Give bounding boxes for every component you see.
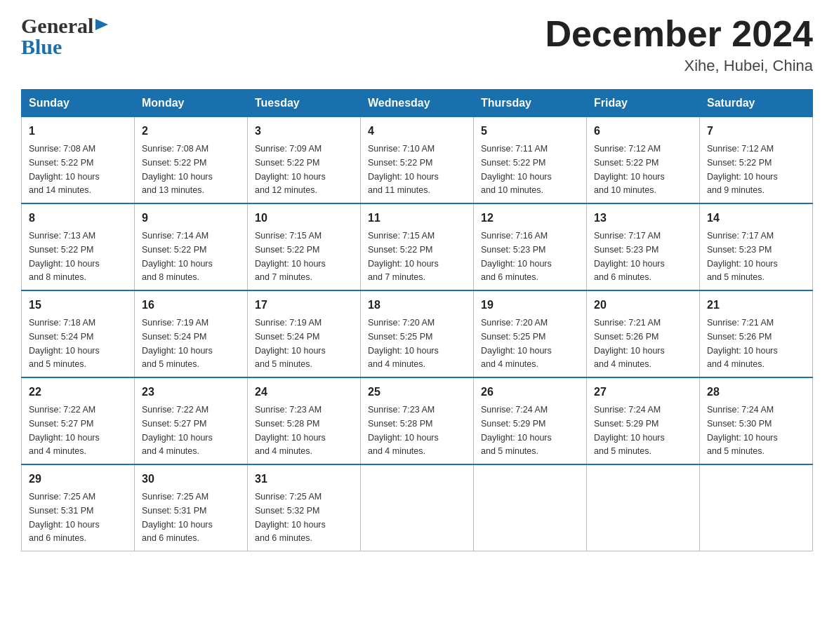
- table-row: 1 Sunrise: 7:08 AMSunset: 5:22 PMDayligh…: [22, 117, 135, 204]
- day-number: 11: [368, 210, 466, 227]
- calendar-table: Sunday Monday Tuesday Wednesday Thursday…: [21, 89, 813, 551]
- title-block: December 2024 Xihe, Hubei, China: [545, 14, 813, 75]
- day-info: Sunrise: 7:12 AMSunset: 5:22 PMDaylight:…: [594, 144, 665, 195]
- day-number: 14: [707, 210, 805, 227]
- table-row: 24 Sunrise: 7:23 AMSunset: 5:28 PMDaylig…: [248, 377, 361, 464]
- table-row: 9 Sunrise: 7:14 AMSunset: 5:22 PMDayligh…: [135, 203, 248, 290]
- day-info: Sunrise: 7:16 AMSunset: 5:23 PMDaylight:…: [481, 231, 552, 282]
- table-row: 22 Sunrise: 7:22 AMSunset: 5:27 PMDaylig…: [22, 377, 135, 464]
- day-info: Sunrise: 7:23 AMSunset: 5:28 PMDaylight:…: [255, 405, 326, 456]
- day-info: Sunrise: 7:14 AMSunset: 5:22 PMDaylight:…: [142, 231, 213, 282]
- day-info: Sunrise: 7:08 AMSunset: 5:22 PMDaylight:…: [142, 144, 213, 195]
- col-thursday: Thursday: [474, 90, 587, 117]
- page-header: General Blue December 2024 Xihe, Hubei, …: [21, 14, 813, 75]
- day-number: 26: [481, 384, 579, 401]
- day-number: 15: [29, 297, 127, 314]
- col-friday: Friday: [587, 90, 700, 117]
- table-row: 31 Sunrise: 7:25 AMSunset: 5:32 PMDaylig…: [248, 464, 361, 551]
- table-row: 26 Sunrise: 7:24 AMSunset: 5:29 PMDaylig…: [474, 377, 587, 464]
- day-info: Sunrise: 7:09 AMSunset: 5:22 PMDaylight:…: [255, 144, 326, 195]
- day-info: Sunrise: 7:19 AMSunset: 5:24 PMDaylight:…: [142, 318, 213, 369]
- svg-marker-0: [95, 19, 108, 30]
- day-number: 10: [255, 210, 353, 227]
- day-info: Sunrise: 7:08 AMSunset: 5:22 PMDaylight:…: [29, 144, 100, 195]
- day-number: 18: [368, 297, 466, 314]
- calendar-week-3: 15 Sunrise: 7:18 AMSunset: 5:24 PMDaylig…: [22, 290, 813, 377]
- logo-blue-text: Blue: [21, 35, 62, 59]
- day-info: Sunrise: 7:25 AMSunset: 5:32 PMDaylight:…: [255, 492, 326, 543]
- day-info: Sunrise: 7:12 AMSunset: 5:22 PMDaylight:…: [707, 144, 778, 195]
- table-row: 11 Sunrise: 7:15 AMSunset: 5:22 PMDaylig…: [361, 203, 474, 290]
- table-row: 21 Sunrise: 7:21 AMSunset: 5:26 PMDaylig…: [700, 290, 813, 377]
- day-number: 3: [255, 123, 353, 140]
- day-info: Sunrise: 7:22 AMSunset: 5:27 PMDaylight:…: [142, 405, 213, 456]
- day-number: 19: [481, 297, 579, 314]
- calendar-week-1: 1 Sunrise: 7:08 AMSunset: 5:22 PMDayligh…: [22, 117, 813, 204]
- day-number: 22: [29, 384, 127, 401]
- table-row: 10 Sunrise: 7:15 AMSunset: 5:22 PMDaylig…: [248, 203, 361, 290]
- table-row: 8 Sunrise: 7:13 AMSunset: 5:22 PMDayligh…: [22, 203, 135, 290]
- day-info: Sunrise: 7:21 AMSunset: 5:26 PMDaylight:…: [707, 318, 778, 369]
- day-info: Sunrise: 7:20 AMSunset: 5:25 PMDaylight:…: [481, 318, 552, 369]
- day-info: Sunrise: 7:17 AMSunset: 5:23 PMDaylight:…: [707, 231, 778, 282]
- table-row: 25 Sunrise: 7:23 AMSunset: 5:28 PMDaylig…: [361, 377, 474, 464]
- day-number: 30: [142, 471, 240, 488]
- day-number: 13: [594, 210, 692, 227]
- day-number: 31: [255, 471, 353, 488]
- day-info: Sunrise: 7:11 AMSunset: 5:22 PMDaylight:…: [481, 144, 552, 195]
- table-row: 3 Sunrise: 7:09 AMSunset: 5:22 PMDayligh…: [248, 117, 361, 204]
- table-row: 6 Sunrise: 7:12 AMSunset: 5:22 PMDayligh…: [587, 117, 700, 204]
- table-row: 14 Sunrise: 7:17 AMSunset: 5:23 PMDaylig…: [700, 203, 813, 290]
- day-number: 27: [594, 384, 692, 401]
- day-number: 25: [368, 384, 466, 401]
- logo-general-text: General: [21, 14, 93, 38]
- table-row: 23 Sunrise: 7:22 AMSunset: 5:27 PMDaylig…: [135, 377, 248, 464]
- day-number: 5: [481, 123, 579, 140]
- day-number: 8: [29, 210, 127, 227]
- day-number: 20: [594, 297, 692, 314]
- day-info: Sunrise: 7:25 AMSunset: 5:31 PMDaylight:…: [29, 492, 100, 543]
- day-number: 21: [707, 297, 805, 314]
- calendar-header-row: Sunday Monday Tuesday Wednesday Thursday…: [22, 90, 813, 117]
- day-number: 28: [707, 384, 805, 401]
- table-row: 27 Sunrise: 7:24 AMSunset: 5:29 PMDaylig…: [587, 377, 700, 464]
- table-row: 18 Sunrise: 7:20 AMSunset: 5:25 PMDaylig…: [361, 290, 474, 377]
- day-number: 7: [707, 123, 805, 140]
- day-info: Sunrise: 7:15 AMSunset: 5:22 PMDaylight:…: [255, 231, 326, 282]
- col-tuesday: Tuesday: [248, 90, 361, 117]
- table-row: [700, 464, 813, 551]
- table-row: 17 Sunrise: 7:19 AMSunset: 5:24 PMDaylig…: [248, 290, 361, 377]
- col-monday: Monday: [135, 90, 248, 117]
- day-info: Sunrise: 7:10 AMSunset: 5:22 PMDaylight:…: [368, 144, 439, 195]
- logo-arrow-icon: [95, 19, 111, 37]
- table-row: 2 Sunrise: 7:08 AMSunset: 5:22 PMDayligh…: [135, 117, 248, 204]
- day-info: Sunrise: 7:21 AMSunset: 5:26 PMDaylight:…: [594, 318, 665, 369]
- col-sunday: Sunday: [22, 90, 135, 117]
- day-info: Sunrise: 7:15 AMSunset: 5:22 PMDaylight:…: [368, 231, 439, 282]
- table-row: 16 Sunrise: 7:19 AMSunset: 5:24 PMDaylig…: [135, 290, 248, 377]
- day-info: Sunrise: 7:22 AMSunset: 5:27 PMDaylight:…: [29, 405, 100, 456]
- col-wednesday: Wednesday: [361, 90, 474, 117]
- day-number: 2: [142, 123, 240, 140]
- col-saturday: Saturday: [700, 90, 813, 117]
- day-number: 17: [255, 297, 353, 314]
- day-number: 6: [594, 123, 692, 140]
- day-number: 12: [481, 210, 579, 227]
- day-info: Sunrise: 7:24 AMSunset: 5:30 PMDaylight:…: [707, 405, 778, 456]
- table-row: 5 Sunrise: 7:11 AMSunset: 5:22 PMDayligh…: [474, 117, 587, 204]
- month-title: December 2024: [545, 14, 813, 54]
- table-row: [361, 464, 474, 551]
- day-number: 4: [368, 123, 466, 140]
- table-row: 13 Sunrise: 7:17 AMSunset: 5:23 PMDaylig…: [587, 203, 700, 290]
- day-info: Sunrise: 7:23 AMSunset: 5:28 PMDaylight:…: [368, 405, 439, 456]
- table-row: 20 Sunrise: 7:21 AMSunset: 5:26 PMDaylig…: [587, 290, 700, 377]
- day-number: 16: [142, 297, 240, 314]
- table-row: 19 Sunrise: 7:20 AMSunset: 5:25 PMDaylig…: [474, 290, 587, 377]
- day-info: Sunrise: 7:18 AMSunset: 5:24 PMDaylight:…: [29, 318, 100, 369]
- calendar-week-2: 8 Sunrise: 7:13 AMSunset: 5:22 PMDayligh…: [22, 203, 813, 290]
- day-info: Sunrise: 7:19 AMSunset: 5:24 PMDaylight:…: [255, 318, 326, 369]
- day-info: Sunrise: 7:13 AMSunset: 5:22 PMDaylight:…: [29, 231, 100, 282]
- calendar-week-4: 22 Sunrise: 7:22 AMSunset: 5:27 PMDaylig…: [22, 377, 813, 464]
- day-number: 23: [142, 384, 240, 401]
- table-row: 28 Sunrise: 7:24 AMSunset: 5:30 PMDaylig…: [700, 377, 813, 464]
